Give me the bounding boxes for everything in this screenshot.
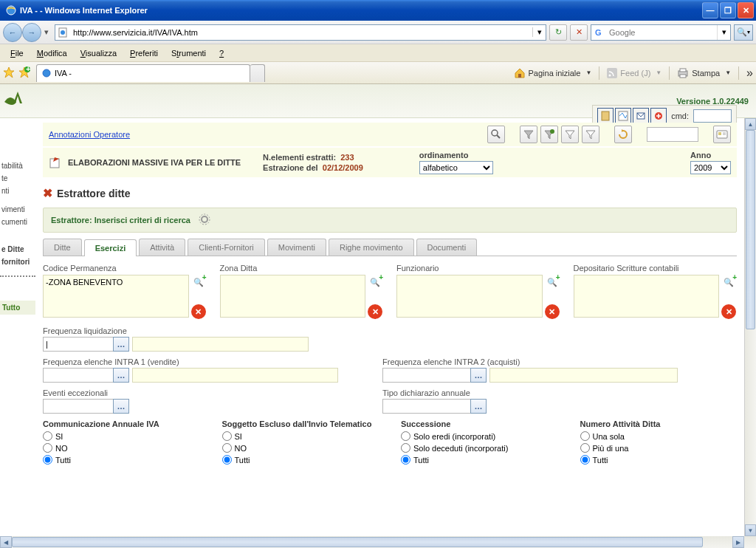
menu-help[interactable]: ? <box>213 47 230 60</box>
menu-modifica[interactable]: Modifica <box>31 47 73 60</box>
favorites-star-icon[interactable] <box>3 66 16 80</box>
url-input[interactable] <box>70 25 532 40</box>
feed-button: Feed (J) ▼ <box>607 68 662 78</box>
ie-icon <box>5 4 17 16</box>
svg-rect-8 <box>518 74 521 78</box>
svg-rect-12 <box>680 69 686 72</box>
window-title: IVA - - Windows Internet Explorer <box>20 6 702 15</box>
browser-tab[interactable]: IVA - <box>36 64 250 82</box>
printer-icon <box>677 68 689 78</box>
stop-button[interactable]: ✕ <box>570 24 588 41</box>
page-icon <box>55 27 70 38</box>
address-bar[interactable]: ▾ <box>55 24 546 41</box>
window-titlebar: IVA - - Windows Internet Explorer — ❐ ✕ <box>0 0 756 21</box>
minimize-button[interactable]: — <box>702 2 718 18</box>
svg-point-7 <box>43 69 50 77</box>
search-dropdown[interactable]: ▾ <box>717 25 730 40</box>
svg-text:+: + <box>26 66 30 73</box>
new-tab-button[interactable] <box>250 64 265 82</box>
menu-bar: File Modifica Visualizza Preferiti Strum… <box>0 44 756 62</box>
feed-icon <box>607 68 617 78</box>
home-page-button[interactable]: Pagina iniziale ▼ <box>514 67 592 79</box>
svg-text:G: G <box>595 28 602 37</box>
svg-point-2 <box>61 30 65 35</box>
menu-visualizza[interactable]: Visualizza <box>75 47 123 60</box>
print-button[interactable]: Stampa ▼ <box>677 68 731 78</box>
menu-file[interactable]: File <box>4 47 30 60</box>
search-input[interactable] <box>606 25 717 40</box>
menu-preferiti[interactable]: Preferiti <box>124 47 164 60</box>
search-provider-icon: G <box>591 25 606 40</box>
browser-tab-label: IVA - <box>55 69 72 78</box>
forward-button[interactable]: → <box>22 23 41 42</box>
url-dropdown[interactable]: ▾ <box>532 27 546 37</box>
add-favorite-icon[interactable]: + <box>18 66 32 80</box>
toolbar-overflow[interactable]: » <box>746 66 753 80</box>
back-button[interactable]: ← <box>3 23 22 42</box>
close-button[interactable]: ✕ <box>738 2 754 18</box>
svg-point-10 <box>609 74 611 76</box>
nav-history-dropdown[interactable]: ▾ <box>41 23 52 42</box>
refresh-button[interactable]: ↻ <box>549 24 567 41</box>
home-icon <box>514 67 526 79</box>
maximize-button[interactable]: ❐ <box>720 2 736 18</box>
menu-strumenti[interactable]: Strumenti <box>165 47 212 60</box>
search-box[interactable]: G ▾ <box>591 24 731 41</box>
svg-rect-13 <box>680 75 686 78</box>
tab-page-icon <box>41 68 52 78</box>
search-go-button[interactable]: 🔍▾ <box>734 24 753 41</box>
tab-toolbar: + IVA - Pagina iniziale ▼ Feed (J) ▼ Sta… <box>0 62 756 84</box>
nav-toolbar: ← → ▾ ▾ ↻ ✕ G ▾ 🔍▾ <box>0 21 756 44</box>
